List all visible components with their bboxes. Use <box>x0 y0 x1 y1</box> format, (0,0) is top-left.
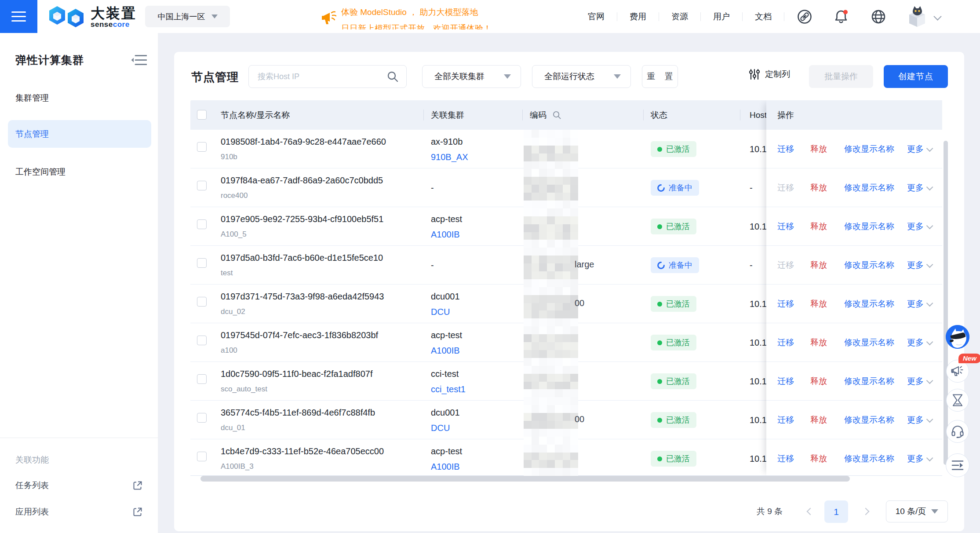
region-selector[interactable]: 中国上海一区 <box>145 6 230 27</box>
more-action[interactable]: 更多 <box>907 221 931 232</box>
release-action[interactable]: 释放 <box>810 143 827 155</box>
rename-action[interactable]: 修改显示名称 <box>844 259 894 271</box>
migrate-action[interactable]: 迁移 <box>777 221 794 232</box>
release-action[interactable]: 释放 <box>810 259 827 271</box>
release-action[interactable]: 释放 <box>810 376 827 387</box>
row-checkbox[interactable] <box>197 297 207 307</box>
top-nav-item-1[interactable]: 官网 <box>576 11 617 22</box>
top-nav-item-3[interactable]: 资源 <box>659 11 700 22</box>
more-action[interactable]: 更多 <box>907 298 931 310</box>
banner-line-2: 日日新上模型正式开放，欢迎开通体验！ <box>341 20 506 29</box>
announcement-banner[interactable]: 体验 ModelStudio ， 助力大模型落地 日日新上模型正式开放，欢迎开通… <box>321 4 506 29</box>
release-action[interactable]: 释放 <box>810 337 827 348</box>
more-action[interactable]: 更多 <box>907 337 931 348</box>
sidebar-collapse-icon[interactable] <box>131 54 147 67</box>
rename-action[interactable]: 修改显示名称 <box>844 298 894 310</box>
vertical-scrollbar-thumb[interactable] <box>944 141 948 465</box>
search-input[interactable] <box>258 72 387 81</box>
page-size-select[interactable]: 10 条/页 <box>886 500 948 522</box>
migrate-action[interactable]: 迁移 <box>777 298 794 310</box>
batch-operation-button[interactable]: 批量操作 <box>809 65 873 88</box>
top-nav-item-5[interactable]: 文档 <box>743 11 784 22</box>
page-number-button[interactable]: 1 <box>824 500 848 523</box>
more-action[interactable]: 更多 <box>907 143 931 155</box>
row-checkbox[interactable] <box>197 181 207 190</box>
cluster-link[interactable]: A100IB <box>431 230 460 240</box>
more-action[interactable]: 更多 <box>907 453 931 464</box>
sidebar-item-1[interactable]: 集群管理 <box>8 84 151 112</box>
page-size-value: 10 条/页 <box>896 506 926 517</box>
brand-logo[interactable]: 大装置 sensecore <box>47 4 137 30</box>
sidebar-link-1[interactable]: 任务列表 <box>8 473 151 498</box>
cluster-link[interactable]: DCU <box>431 423 450 433</box>
rename-action[interactable]: 修改显示名称 <box>844 182 894 193</box>
release-action[interactable]: 释放 <box>810 453 827 464</box>
avatar-chevron-down-icon[interactable] <box>935 13 940 21</box>
row-checkbox[interactable] <box>197 452 207 461</box>
migrate-action[interactable]: 迁移 <box>777 414 794 426</box>
globe-icon[interactable] <box>871 9 886 24</box>
reset-button[interactable]: 重 置 <box>642 65 678 88</box>
cluster-link[interactable]: A100IB <box>431 462 460 472</box>
sidebar-item-3[interactable]: 工作空间管理 <box>8 158 151 186</box>
node-display-name: sco_auto_test <box>221 385 267 394</box>
migrate-action[interactable]: 迁移 <box>777 453 794 464</box>
top-nav-item-4[interactable]: 用户 <box>701 11 742 22</box>
top-nav-item-2[interactable]: 费用 <box>617 11 659 22</box>
release-action[interactable]: 释放 <box>810 182 827 193</box>
customize-columns-button[interactable]: 定制列 <box>749 69 790 80</box>
code-column-search-icon[interactable] <box>553 111 561 119</box>
rename-action[interactable]: 修改显示名称 <box>844 143 894 155</box>
more-action[interactable]: 更多 <box>907 182 931 193</box>
select-all-checkbox[interactable] <box>197 110 207 120</box>
cluster-filter-select[interactable]: 全部关联集群 <box>422 65 521 88</box>
user-avatar[interactable] <box>906 6 929 29</box>
more-label: 更多 <box>907 260 924 270</box>
history-float-button[interactable] <box>946 389 969 412</box>
prev-page-button[interactable] <box>804 504 817 519</box>
status-dot-icon <box>657 224 662 229</box>
cluster-link[interactable]: 910B_AX <box>431 152 468 162</box>
next-page-button[interactable] <box>859 504 872 519</box>
row-checkbox[interactable] <box>197 258 207 268</box>
sidebar-item-2[interactable]: 节点管理 <box>8 120 151 148</box>
row-checkbox[interactable] <box>197 413 207 423</box>
rename-action[interactable]: 修改显示名称 <box>844 453 894 464</box>
rename-action[interactable]: 修改显示名称 <box>844 414 894 426</box>
release-action[interactable]: 释放 <box>810 414 827 426</box>
sidebar: 弹性计算集群 集群管理节点管理工作空间管理 关联功能 任务列表应用列表 <box>0 33 158 533</box>
link-icon[interactable] <box>797 9 812 24</box>
more-action[interactable]: 更多 <box>907 259 931 271</box>
row-checkbox[interactable] <box>197 142 207 152</box>
main-content-card: 节点管理 全部关联集群 全部运行状态 重 置 <box>174 52 964 531</box>
panel-toggle-float-button[interactable] <box>946 453 969 477</box>
row-checkbox[interactable] <box>197 374 207 384</box>
cluster-link[interactable]: cci_test1 <box>431 384 466 394</box>
more-action[interactable]: 更多 <box>907 376 931 387</box>
status-badge: 已激活 <box>651 141 696 157</box>
support-float-button[interactable] <box>946 420 969 443</box>
create-node-button[interactable]: 创建节点 <box>884 65 948 88</box>
release-action[interactable]: 释放 <box>810 298 827 310</box>
row-checkbox[interactable] <box>197 336 207 345</box>
rename-action[interactable]: 修改显示名称 <box>844 221 894 232</box>
migrate-action[interactable]: 迁移 <box>777 143 794 155</box>
pagination: 共 9 条 1 10 条/页 <box>174 500 964 523</box>
release-action[interactable]: 释放 <box>810 221 827 232</box>
sidebar-divider <box>0 438 158 438</box>
horizontal-scrollbar-thumb[interactable] <box>200 476 850 482</box>
migrate-action[interactable]: 迁移 <box>777 376 794 387</box>
bell-icon[interactable] <box>834 9 849 24</box>
rename-action[interactable]: 修改显示名称 <box>844 337 894 348</box>
rename-action[interactable]: 修改显示名称 <box>844 376 894 387</box>
hamburger-menu-button[interactable] <box>0 0 37 33</box>
sidebar-link-2[interactable]: 应用列表 <box>8 500 151 524</box>
migrate-action[interactable]: 迁移 <box>777 337 794 348</box>
cluster-link[interactable]: DCU <box>431 307 450 317</box>
search-icon[interactable] <box>387 71 398 82</box>
row-checkbox[interactable] <box>197 219 207 229</box>
assistant-mascot-button[interactable] <box>946 325 969 349</box>
status-filter-select[interactable]: 全部运行状态 <box>532 65 631 88</box>
more-action[interactable]: 更多 <box>907 414 931 426</box>
cluster-link[interactable]: A100IB <box>431 346 460 356</box>
